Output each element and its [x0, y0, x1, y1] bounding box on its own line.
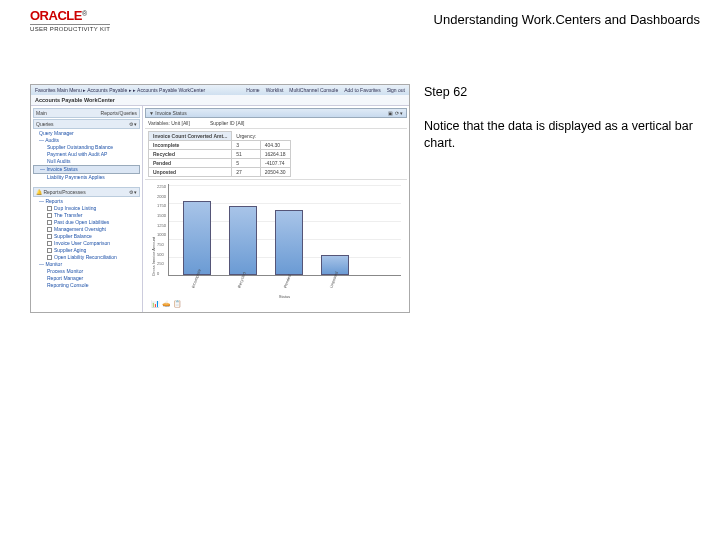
pagelet-controls[interactable]: ▣ ⟳ ▾	[388, 110, 403, 116]
global-menu: Home Worklist MultiChannel Console Add t…	[246, 87, 405, 93]
gear-icon[interactable]: ⚙ ▾	[129, 189, 137, 195]
home-link[interactable]: Home	[246, 87, 259, 93]
checkbox-icon	[47, 255, 52, 260]
list-item[interactable]: Past due Open Liabilities	[33, 219, 140, 226]
main-pane: ▼ Invoice Status ▣ ⟳ ▾ Variables: Unit […	[143, 106, 409, 312]
list-item[interactable]: Payment Aud with Audit AP	[33, 151, 140, 158]
list-item[interactable]: Liability Payments Applies	[33, 174, 140, 181]
list-item[interactable]: Report Manager	[33, 275, 140, 282]
table-row: Incomplete3404.30	[149, 141, 291, 150]
list-item[interactable]: Reporting Console	[33, 282, 140, 289]
step-number: Step 62	[424, 84, 706, 102]
sidebar-section-monitor: — Monitor	[33, 261, 140, 268]
list-item[interactable]: Supplier Outstanding Balance	[33, 144, 140, 151]
fav-link[interactable]: Add to Favorites	[344, 87, 380, 93]
list-item[interactable]: Management Oversight	[33, 226, 140, 233]
chart-bar	[183, 201, 211, 275]
table-row: Pended5-4107.74	[149, 159, 291, 168]
stats-table: Invoice Count Converted Amt...Urgency: I…	[148, 131, 291, 177]
filter-row: Variables: Unit [All] Supplier ID [All]	[145, 118, 407, 129]
tab-reports[interactable]: Reports/Queries	[101, 110, 137, 116]
section-reports-processes[interactable]: 🔔 Reports/Processes⚙ ▾	[33, 187, 140, 197]
pagelet-header: ▼ Invoice Status ▣ ⟳ ▾	[145, 108, 407, 118]
x-tick-label: Pended	[282, 274, 313, 297]
sidebar-item-query-manager[interactable]: Query Manager	[33, 130, 140, 137]
sidebar: Main Reports/Queries Queries⚙ ▾ Query Ma…	[31, 106, 143, 312]
tab-main[interactable]: Main	[36, 110, 47, 116]
list-item[interactable]: Supplier Aging	[33, 247, 140, 254]
list-item[interactable]: Null Audits	[33, 158, 140, 165]
table-row: Unposted2720504.30	[149, 168, 291, 177]
tm-symbol: ®	[82, 10, 87, 17]
gear-icon[interactable]: ⚙ ▾	[129, 121, 137, 127]
section-queries[interactable]: Queries⚙ ▾	[33, 119, 140, 129]
sidebar-section-audits: — Audits	[33, 137, 140, 144]
x-tick-label: Unposted	[328, 274, 359, 297]
sidebar-tabs: Main Reports/Queries	[33, 108, 140, 118]
list-item[interactable]: Dup Invoice Listing	[33, 205, 140, 212]
breadcrumb-bar: Favorites Main Menu ▸ Accounts Payable ▸…	[31, 85, 409, 95]
checkbox-icon	[47, 241, 52, 246]
checkbox-icon	[47, 234, 52, 239]
filter-bu[interactable]: Variables: Unit [All]	[148, 120, 190, 126]
list-item[interactable]: Supplier Balance	[33, 233, 140, 240]
chart-bar	[275, 210, 303, 275]
checkbox-icon	[47, 227, 52, 232]
signout-link[interactable]: Sign out	[387, 87, 405, 93]
y-axis-ticks: 2250200017501500125010007505002500	[157, 184, 168, 276]
sidebar-item-invoice-status[interactable]: — Invoice Status	[33, 165, 140, 174]
list-item[interactable]: Process Monitor	[33, 268, 140, 275]
instruction-text: Step 62 Notice that the data is displaye…	[424, 84, 706, 313]
list-item[interactable]: Invoice User Comparison	[33, 240, 140, 247]
x-tick-label: Recycled	[236, 274, 267, 297]
checkbox-icon	[47, 248, 52, 253]
workcenter-title: Accounts Payable WorkCenter	[31, 95, 409, 106]
page-title: Understanding Work.Centers and Dashboard…	[434, 12, 700, 27]
app-screenshot: Favorites Main Menu ▸ Accounts Payable ▸…	[30, 84, 410, 313]
chart-type-icons[interactable]: 📊 🥧 📋	[145, 298, 407, 310]
bar-chart: Gross Invoice Amount 2250200017501500125…	[145, 180, 407, 298]
pagelet-title: ▼ Invoice Status	[149, 110, 187, 116]
x-tick-label: Incomplete	[190, 274, 221, 297]
table-row: Recycled5116264.18	[149, 150, 291, 159]
product-subtitle: USER PRODUCTIVITY KIT	[30, 24, 110, 32]
table-row: Invoice Count Converted Amt...Urgency:	[149, 132, 291, 141]
checkbox-icon	[47, 206, 52, 211]
y-axis-label: Gross Invoice Amount	[151, 184, 156, 276]
sidebar-section-reports: — Reports	[33, 198, 140, 205]
stats-block: Invoice Count Converted Amt...Urgency: I…	[145, 129, 407, 180]
x-axis-label: Status	[168, 294, 401, 299]
step-description: Notice that the data is displayed as a v…	[424, 118, 706, 153]
checkbox-icon	[47, 213, 52, 218]
filter-supplier[interactable]: Supplier ID [All]	[210, 120, 244, 126]
breadcrumb: Favorites Main Menu ▸ Accounts Payable ▸…	[35, 87, 205, 93]
oracle-logo-block: ORACLE® USER PRODUCTIVITY KIT	[30, 8, 110, 32]
checkbox-icon	[47, 220, 52, 225]
list-item[interactable]: Open Liability Reconciliation	[33, 254, 140, 261]
list-item[interactable]: The Transfer	[33, 212, 140, 219]
oracle-logo: ORACLE	[30, 8, 82, 23]
worklist-link[interactable]: Worklist	[266, 87, 284, 93]
chart-bar	[229, 206, 257, 276]
mcc-link[interactable]: MultiChannel Console	[289, 87, 338, 93]
